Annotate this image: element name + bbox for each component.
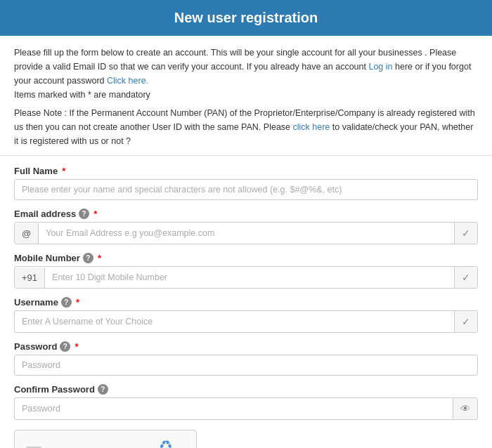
email-prefix: @ [15,223,39,244]
form-body: Full Name * Email address ? * @ ✓ Mobile… [0,156,492,448]
email-suffix-icon[interactable]: ✓ [454,223,477,244]
full-name-input[interactable] [14,179,478,200]
email-label: Email address ? * [14,209,478,219]
captcha-logo: ♻ reCAPTCHA Privacy - Terms [146,439,185,448]
captcha-box: I'm not a robot ♻ reCAPTCHA Privacy - Te… [14,430,197,448]
password-help-icon[interactable]: ? [60,341,70,352]
confirm-password-suffix-icon[interactable]: 👁 [453,398,477,419]
click-here-validate-link[interactable]: click here [293,122,330,132]
registration-form-container: New user registration Please fill up the… [0,0,492,448]
mobile-label: Mobile Number ? * [14,253,478,263]
password-label: Password ? * [14,341,478,352]
username-help-icon[interactable]: ? [61,297,72,308]
confirm-password-label: Confirm Password ? [14,384,478,395]
email-input-wrapper: @ ✓ [14,222,478,244]
email-required: * [93,209,97,219]
info-mandatory: Items marked with * are mandatory [14,90,150,100]
mobile-input[interactable] [45,268,454,287]
recaptcha-icon: ♻ [159,439,173,448]
username-suffix-icon[interactable]: ✓ [454,311,477,332]
username-group: Username ? * ✓ [14,297,478,333]
email-group: Email address ? * @ ✓ [14,209,478,244]
confirm-password-help-icon[interactable]: ? [98,384,108,395]
full-name-required: * [62,166,65,176]
password-input[interactable] [14,355,478,376]
email-input[interactable] [39,223,454,243]
mobile-prefix: +91 [15,268,45,288]
mobile-group: Mobile Number ? * +91 ✓ [14,253,478,289]
click-here-link[interactable]: Click here. [107,76,148,86]
username-required: * [76,297,79,308]
password-required: * [75,341,78,352]
confirm-password-input[interactable] [15,399,453,419]
password-group: Password ? * [14,341,478,376]
page-title: New user registration [174,10,318,25]
mobile-input-wrapper: +91 ✓ [14,266,478,289]
page-header: New user registration [0,0,492,36]
mobile-help-icon[interactable]: ? [83,253,93,263]
username-input[interactable] [15,312,454,331]
login-link[interactable]: Log in [368,62,392,72]
username-label: Username ? * [14,297,478,308]
mobile-suffix-icon[interactable]: ✓ [454,267,477,288]
captcha-section: I'm not a robot ♻ reCAPTCHA Privacy - Te… [14,430,478,448]
info-section: Please fill up the form below to create … [0,36,492,156]
full-name-label: Full Name * [14,166,478,176]
username-input-wrapper: ✓ [14,310,478,333]
mobile-required: * [98,253,101,263]
full-name-group: Full Name * [14,166,478,200]
confirm-password-input-wrapper: 👁 [14,397,478,420]
confirm-password-group: Confirm Password ? 👁 [14,384,478,420]
email-help-icon[interactable]: ? [79,209,89,219]
